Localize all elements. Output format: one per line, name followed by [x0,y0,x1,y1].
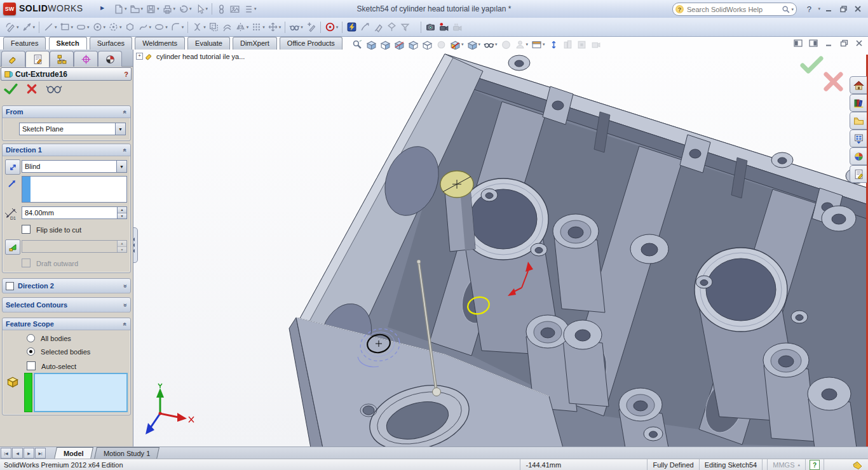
tags-icon[interactable] [853,461,863,469]
quick-snaps-button[interactable] [358,20,372,34]
design-library-tab[interactable] [850,94,867,112]
spin-up-icon[interactable]: ▲ [118,207,126,213]
trim-entities-button[interactable]: ▾ [191,20,207,34]
undo-button[interactable]: ▾ [177,2,193,16]
tab-weldments[interactable]: Weldments [135,37,185,50]
configuration-manager-tab[interactable] [50,51,74,67]
bodies-to-affect-box[interactable] [34,373,128,412]
feature-tree-flyout[interactable]: + cylinder head tutorial ile ya... [136,52,245,60]
doc-close-button[interactable] [853,37,865,49]
modify-sketch-button[interactable] [385,20,398,34]
collapse-chevron-icon[interactable]: « [122,148,129,152]
circle-button[interactable]: ▾ [91,20,107,34]
depth-input[interactable]: 84.00mm ▲▼ [22,206,127,219]
tab-dimxpert[interactable]: DimXpert [233,37,277,50]
search-icon[interactable] [782,5,790,14]
chevron-down-icon[interactable]: ▼ [116,161,126,172]
straight-slot-button[interactable]: ▾ [74,20,91,34]
search-options-arrow-icon[interactable]: ▾ [791,7,794,12]
screen-capture-camera-button[interactable] [424,20,437,34]
perimeter-circle-button[interactable]: ▾ [107,20,123,34]
corner-rectangle-button[interactable]: ▾ [58,20,75,34]
screen-capture-button[interactable] [228,2,241,16]
from-group-header[interactable]: From« [3,106,130,118]
ok-button[interactable] [4,83,18,95]
collapse-chevron-icon[interactable]: « [122,110,129,114]
last-tab-button[interactable]: ▶| [35,448,46,459]
mirror-entities-button[interactable]: ▾ [234,20,250,34]
offset-entities-button[interactable] [220,20,234,34]
pm-help-icon[interactable]: ? [124,70,128,78]
menu-expand-arrow-icon[interactable]: ▶ [100,5,104,11]
restore-button[interactable] [837,3,850,15]
doc-minimize-button[interactable] [822,37,835,49]
reverse-direction-button[interactable] [5,159,20,175]
motion-study-tab[interactable]: Motion Study 1 [94,447,159,459]
panel-splitter-handle[interactable] [133,227,138,263]
chevron-down-icon[interactable]: ▾ [818,6,820,11]
draft-button[interactable] [5,239,20,255]
graphics-area[interactable]: + cylinder head tutorial ile ya... [133,50,868,446]
sketch-picture-button[interactable] [372,20,385,34]
move-entities-button[interactable]: ▾ [266,20,283,34]
minimize-button[interactable] [822,3,835,15]
polygon-button[interactable] [123,20,137,34]
linear-sketch-pattern-button[interactable]: ▾ [250,20,266,34]
file-explorer-tab[interactable] [850,112,867,130]
expand-chevron-icon[interactable]: « [122,284,129,288]
feature-scope-header[interactable]: Feature Scope« [3,318,130,330]
sketch-fillet-button[interactable]: ▾ [169,20,186,34]
appearances-scenes-tab[interactable] [850,147,867,165]
feature-manager-tree-tab[interactable] [1,51,25,67]
help-button[interactable]: ? [803,3,815,15]
collapse-right-pane-button[interactable] [807,37,820,49]
tab-features[interactable]: Features [3,37,46,50]
add-relation-button[interactable] [304,20,318,34]
confirm-cancel-icon[interactable] [826,74,841,89]
prev-tab-button[interactable]: ◀ [12,448,23,459]
options-button[interactable]: ▾ [241,2,258,16]
expand-chevron-icon[interactable]: « [122,303,129,307]
depth-spinner[interactable]: ▲▼ [117,207,126,218]
direction1-group-header[interactable]: Direction 1« [3,144,130,156]
dimxpert-manager-tab[interactable] [74,51,98,67]
pause-video-button[interactable] [451,20,464,34]
new-document-button[interactable]: ▾ [112,2,128,16]
tab-office-products[interactable]: Office Products [280,37,342,50]
end-condition-select[interactable]: Blind ▼ [22,160,127,173]
select-button[interactable]: ▾ [193,2,210,16]
help-search-box[interactable]: ? ▾ [672,3,797,16]
spin-down-icon[interactable]: ▼ [118,213,126,219]
tab-surfaces[interactable]: Surfaces [90,37,132,50]
no-external-references-button[interactable]: ▾ [323,20,340,34]
auto-select-checkbox[interactable] [27,361,36,370]
direction2-group-header[interactable]: Direction 2 « [3,279,130,293]
collapse-chevron-icon[interactable]: « [122,322,129,326]
cancel-button[interactable] [26,83,37,95]
rebuild-button[interactable] [215,2,228,16]
flip-side-checkbox[interactable] [22,225,31,234]
detailed-preview-button[interactable] [46,83,62,95]
selected-bodies-radio[interactable] [27,347,35,356]
save-button[interactable]: ▾ [144,2,161,16]
view-palette-tab[interactable] [850,130,867,147]
rapid-sketch-button[interactable] [345,20,358,34]
direction-of-extrusion-box[interactable] [22,176,127,203]
sketch-filter-button[interactable] [398,20,412,34]
display-manager-tab[interactable] [98,51,122,67]
selected-contours-header[interactable]: Selected Contours « [3,298,130,312]
spline-button[interactable]: ▾ [137,20,153,34]
quick-tips-help-icon[interactable]: ? [810,460,820,470]
open-button[interactable]: ▾ [128,2,145,16]
all-bodies-radio[interactable] [27,334,35,342]
solidworks-resources-tab[interactable] [850,76,867,94]
model-view[interactable] [133,50,868,446]
direction2-checkbox[interactable] [6,282,14,290]
smart-dimension-button[interactable]: ▾ [20,20,37,34]
print-button[interactable]: ▾ [161,2,177,16]
exit-sketch-button[interactable]: ▾ [4,20,20,34]
start-condition-select[interactable]: Sketch Plane ▼ [19,123,126,135]
tab-evaluate[interactable]: Evaluate [187,37,230,50]
first-tab-button[interactable]: |◀ [1,448,11,459]
unit-system-selector[interactable]: MMGS▴ [767,459,805,470]
